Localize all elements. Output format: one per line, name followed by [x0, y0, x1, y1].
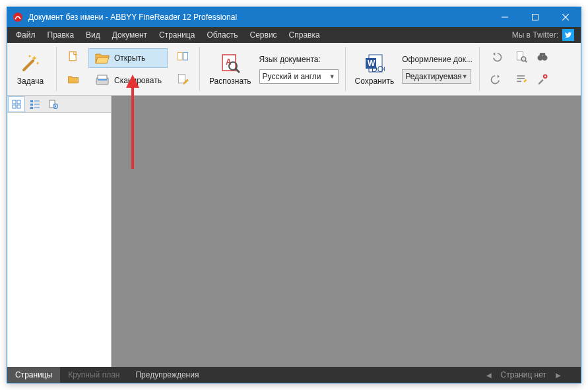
- svg-point-0: [13, 13, 22, 22]
- list-icon: [30, 100, 40, 109]
- menu-document[interactable]: Документ: [106, 27, 153, 43]
- svg-rect-35: [17, 105, 20, 108]
- menubar: Файл Правка Вид Документ Страница Област…: [7, 27, 581, 43]
- app-icon: [13, 12, 23, 22]
- edit-page-button[interactable]: [173, 71, 193, 90]
- design-dropdown[interactable]: Редактируемая ▼: [402, 69, 471, 84]
- page-navigator: ◀ Страниц нет ▶: [486, 370, 581, 379]
- redo-button[interactable]: [486, 71, 506, 90]
- chevron-down-icon: ▼: [462, 73, 468, 80]
- thumbnails-tab[interactable]: [8, 96, 25, 112]
- minimize-button[interactable]: [490, 7, 520, 27]
- svg-line-16: [236, 69, 239, 72]
- menu-area[interactable]: Область: [201, 27, 244, 43]
- window-title: Документ без имени - ABBYY FineReader 12…: [28, 13, 490, 22]
- titlebar: Документ без имени - ABBYY FineReader 12…: [7, 7, 581, 27]
- svg-rect-40: [30, 107, 33, 109]
- document-area[interactable]: [112, 96, 581, 367]
- folder-open-small-icon: [67, 73, 80, 88]
- pages-compare-icon: [176, 50, 189, 66]
- svg-rect-8: [98, 75, 107, 79]
- statusbar: Страницы Крупный план Предупреждения ◀ С…: [7, 367, 581, 383]
- language-value: Русский и англи: [263, 72, 321, 81]
- twitter-link[interactable]: Мы в Twitter:: [512, 29, 578, 41]
- page-edit-icon: [176, 73, 189, 88]
- close-button[interactable]: [550, 7, 581, 27]
- scan-button[interactable]: Сканировать: [88, 71, 168, 90]
- page-status: Страниц нет: [501, 370, 546, 379]
- task-button[interactable]: Задача: [11, 46, 49, 92]
- details-tab[interactable]: [26, 96, 44, 112]
- pages-panel-tabs: [7, 96, 111, 113]
- twitter-label: Мы в Twitter:: [512, 30, 558, 40]
- menu-help[interactable]: Справка: [283, 27, 326, 43]
- svg-rect-36: [30, 100, 33, 102]
- wand-icon: [20, 53, 41, 74]
- group-tools: [511, 46, 552, 92]
- chevron-down-icon: ▼: [329, 73, 335, 80]
- pages-panel: [7, 96, 112, 367]
- new-document-button[interactable]: [63, 48, 83, 68]
- svg-rect-33: [17, 100, 20, 104]
- svg-point-31: [544, 75, 546, 77]
- group-save: WDOCX Сохранить: [352, 46, 397, 92]
- group-open-scan: Открыть Сканировать: [88, 46, 168, 92]
- svg-rect-21: [517, 51, 523, 60]
- wrench-gear-icon: [536, 73, 549, 88]
- panel-settings-tab[interactable]: [45, 96, 62, 112]
- pages-mini-button[interactable]: [173, 48, 193, 68]
- svg-rect-10: [178, 52, 182, 60]
- group-new: [63, 46, 83, 92]
- list-settings-button[interactable]: [511, 71, 531, 90]
- group-recognize: A Распознать: [207, 46, 254, 92]
- maximize-button[interactable]: [520, 7, 550, 27]
- scan-label: Сканировать: [114, 76, 162, 85]
- svg-text:DOCX: DOCX: [372, 65, 385, 74]
- next-page-button[interactable]: ▶: [556, 372, 561, 379]
- options-button[interactable]: [533, 71, 552, 90]
- group-task: Задача: [11, 46, 49, 92]
- find-page-button[interactable]: [511, 48, 531, 68]
- workspace: [7, 96, 581, 367]
- open-label: Открыть: [114, 53, 145, 63]
- verify-button[interactable]: [533, 48, 552, 68]
- language-dropdown[interactable]: Русский и англи ▼: [259, 69, 339, 84]
- svg-rect-38: [30, 104, 33, 106]
- undo-icon: [490, 50, 503, 66]
- group-language: Язык документа: Русский и англи ▼: [259, 46, 339, 92]
- recognize-icon: A: [220, 53, 241, 74]
- svg-rect-9: [98, 79, 107, 81]
- group-history: [486, 46, 506, 92]
- grid-icon: [12, 100, 21, 109]
- menu-edit[interactable]: Правка: [42, 27, 81, 43]
- menu-view[interactable]: Вид: [80, 27, 106, 43]
- design-label: Оформление док...: [402, 55, 473, 64]
- pages-list[interactable]: [7, 113, 111, 367]
- undo-button[interactable]: [486, 48, 506, 68]
- menu-page[interactable]: Страница: [153, 27, 201, 43]
- prev-page-button[interactable]: ◀: [486, 372, 492, 379]
- status-tab-pages[interactable]: Страницы: [7, 367, 60, 383]
- svg-rect-32: [13, 100, 16, 104]
- scanner-icon: [94, 73, 110, 88]
- menu-service[interactable]: Сервис: [244, 27, 283, 43]
- word-icon: WDOCX: [364, 53, 385, 74]
- redo-icon: [490, 73, 503, 88]
- status-tab-warnings[interactable]: Предупреждения: [127, 367, 207, 383]
- menu-file[interactable]: Файл: [10, 27, 42, 43]
- binoculars-icon: [536, 50, 549, 66]
- save-label: Сохранить: [355, 77, 395, 86]
- save-button[interactable]: WDOCX Сохранить: [352, 46, 397, 92]
- group-design: Оформление док... Редактируемая ▼: [402, 46, 473, 92]
- status-tab-close[interactable]: Крупный план: [60, 367, 127, 383]
- recognize-button[interactable]: A Распознать: [207, 46, 254, 92]
- open-folder-button[interactable]: [63, 71, 83, 90]
- svg-rect-11: [183, 52, 188, 60]
- svg-point-5: [29, 55, 31, 57]
- svg-point-25: [542, 55, 547, 60]
- task-label: Задача: [17, 77, 44, 86]
- find-page-icon: [515, 50, 528, 66]
- open-button[interactable]: Открыть: [88, 48, 168, 68]
- svg-rect-34: [13, 105, 16, 108]
- new-document-icon: [67, 50, 80, 66]
